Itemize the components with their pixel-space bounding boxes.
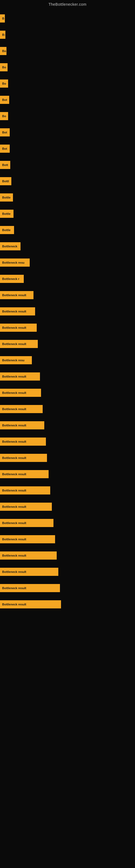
bar-row: Bottle [0,189,135,206]
bar-row: Bottleneck r [0,271,135,287]
bar-row: Bottle [0,222,135,238]
bar-row: Bot [0,92,135,108]
bars-container: BB:BoBoBoBotBoBotBotBottBottlBottleBottl… [0,8,135,615]
bar-label: Bottleneck result [0,307,35,315]
bar-row: Bo [0,75,135,92]
bar-row: Bottleneck result [0,401,135,417]
bar-label: Bottleneck result [0,486,50,495]
bar-label: Bottleneck r [0,275,24,283]
bar-label: Bottleneck result [0,535,55,543]
bar-row: Bottleneck resu [0,352,135,368]
bar-row: B [0,10,135,27]
bar-label: Bo [0,63,8,71]
bar-label: B [0,14,5,23]
bar-label: Bottleneck result [0,340,38,348]
bar-row: Bottleneck result [0,596,135,613]
bar-row: Bottleneck result [0,482,135,499]
bar-row: Bottleneck result [0,336,135,352]
bar-label: Bottleneck result [0,291,34,299]
bar-label: Bottleneck result [0,437,46,446]
bar-label: Bottleneck result [0,323,37,332]
bar-label: Bottleneck result [0,519,53,527]
bar-label: B: [0,31,5,39]
bar-row: Bottleneck result [0,433,135,450]
bar-row: Bott [0,157,135,173]
bar-row: Bottleneck resu [0,254,135,271]
bar-label: Bot [0,128,10,136]
bar-row: Bottleneck result [0,564,135,580]
bar-label: Bott [0,161,10,169]
bar-row: Bottleneck [0,238,135,254]
bar-row: Bot [0,124,135,141]
bar-label: Bottleneck resu [0,258,30,267]
bar-row: Bottl [0,173,135,189]
bar-row: Bottleneck result [0,499,135,515]
bar-label: Bottleneck result [0,454,47,462]
bar-row: Bot [0,141,135,157]
bar-label: Bottleneck result [0,372,40,380]
bar-label: Bottleneck result [0,405,43,413]
bar-label: Bottleneck result [0,421,44,429]
bar-row: Bottleneck result [0,384,135,401]
bar-row: B: [0,27,135,43]
bar-row: Bottleneck result [0,450,135,466]
bar-label: Bottleneck result [0,584,60,592]
bar-label: Bottl [0,177,11,185]
bar-row: Bottleneck result [0,531,135,547]
bar-row: Bottleneck result [0,417,135,433]
bar-row: Bo [0,43,135,59]
bar-row: Bottleneck result [0,466,135,482]
bar-label: Bo [0,112,8,120]
bar-label: Bottleneck result [0,568,58,576]
bar-label: Bottleneck result [0,503,52,511]
bar-label: Bottle [0,226,14,234]
bar-label: Bottleneck [0,242,20,250]
bar-row: Bo [0,59,135,75]
bar-label: Bottle [0,193,13,202]
bar-row: Bottleneck result [0,303,135,319]
bar-row: Bottleneck result [0,515,135,531]
bar-row: Bottleneck result [0,319,135,336]
bar-label: Bottleneck result [0,470,49,478]
bar-label: Bottle [0,210,13,218]
bar-label: Bot [0,145,10,153]
bar-label: Bot [0,96,9,104]
bar-row: Bottleneck result [0,368,135,384]
bar-row: Bottleneck result [0,547,135,564]
bar-row: Bottle [0,206,135,222]
bar-row: Bo [0,108,135,124]
bar-label: Bottleneck result [0,600,61,609]
bar-label: Bo [0,47,6,55]
bar-label: Bottleneck result [0,552,57,560]
site-title: TheBottlenecker.com [0,0,135,8]
bar-row: Bottleneck result [0,580,135,596]
bar-label: Bo [0,80,8,88]
bar-row: Bottleneck result [0,287,135,303]
bar-label: Bottleneck resu [0,356,32,364]
bar-label: Bottleneck result [0,389,41,397]
